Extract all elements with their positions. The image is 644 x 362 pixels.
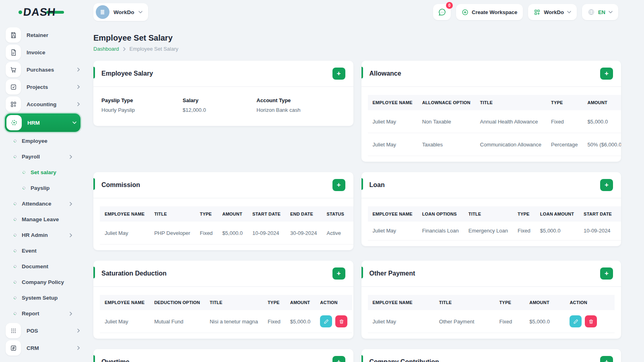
sidebar-item-pos[interactable]: POS [6, 323, 80, 339]
table-cell: Percentage [546, 133, 583, 156]
sidebar-item-purchases[interactable]: Purchases [6, 62, 80, 78]
sidebar-item-label: Set salary [31, 169, 56, 175]
chevron-down-icon [72, 121, 76, 124]
edit-button[interactable] [570, 315, 582, 327]
sidebar-item-accounting[interactable]: Accounting [6, 96, 80, 112]
table-cell [315, 310, 352, 333]
column-header: DEDUCTION OPTION [149, 295, 205, 310]
employee-salary-card: Employee Salary + Payslip Type Hourly Pa… [93, 61, 353, 126]
column-header: ALLOWNACE OPTION [417, 95, 475, 110]
bullet-icon [13, 280, 17, 284]
trash-icon [588, 319, 594, 324]
sidebar-item-projects[interactable]: Projects [6, 79, 80, 95]
column-header: TYPE [513, 206, 535, 222]
add-other-payment-button[interactable]: + [600, 267, 613, 280]
chevron-right-icon [77, 102, 80, 106]
sidebar-item-company-policy[interactable]: Company Policy [0, 274, 85, 290]
field: Account Type Horizon Bank cash [256, 97, 345, 113]
card-title: Company Contribution [369, 358, 439, 362]
sidebar-item-event[interactable]: Event [0, 243, 85, 259]
sidebar-item-invoice[interactable]: Invoice [6, 44, 80, 60]
table-cell [349, 222, 353, 245]
table-cell: Fixed [546, 110, 583, 133]
create-workspace-button[interactable]: Create Workspace [456, 4, 523, 20]
column-header: TITLE [464, 206, 513, 222]
table-cell: 30-09-2024 [617, 222, 621, 240]
breadcrumb-dashboard-link[interactable]: Dashboard [93, 46, 119, 52]
grid-plus-icon [534, 9, 541, 16]
table-cell: 10-09-2024 [579, 222, 617, 240]
table-row: Juliet MayMutual FundNisi a tenetur magn… [100, 310, 352, 333]
add-loan-button[interactable]: + [600, 179, 613, 191]
workspace-menu-button[interactable]: WorkDo [528, 4, 577, 20]
sidebar-item-retainer[interactable]: Retainer [6, 27, 80, 43]
chevron-right-icon [70, 312, 72, 316]
main-content: Employee Set Salary Dashboard Employee S… [85, 24, 644, 362]
save-icon [6, 27, 21, 43]
workspace-selector[interactable]: WorkDo [93, 3, 148, 21]
sidebar-item-label: Payroll [22, 154, 40, 160]
table-cell: Fixed [263, 310, 285, 333]
sidebar-item-label: Invoice [27, 49, 45, 56]
topbar: DASH WorkDo 0 Create Workspac [0, 0, 644, 24]
add-saturation-deduction-button[interactable]: + [332, 267, 345, 280]
sidebar-item-hr-admin[interactable]: HR Admin [0, 227, 85, 243]
sidebar-item-payroll[interactable]: Payroll [0, 149, 85, 165]
bullet-icon [13, 265, 17, 269]
notification-badge: 0 [446, 2, 453, 9]
add-commission-button[interactable]: + [332, 179, 345, 191]
bullet-icon [13, 218, 17, 222]
language-selector[interactable]: EN [582, 4, 618, 20]
sidebar-item-set-salary[interactable]: Set salary [0, 165, 85, 180]
app-logo[interactable]: DASH [19, 6, 64, 19]
sidebar-item-manage-leave[interactable]: Manage Leave [0, 212, 85, 227]
table-cell: Mutual Fund [149, 310, 205, 333]
card-header: Overtime + [93, 349, 353, 362]
bullet-icon [13, 202, 17, 206]
sidebar-nav: RetainerInvoicePurchasesProjectsAccounti… [0, 24, 85, 362]
add-employee-salary-button[interactable]: + [332, 68, 345, 80]
column-header: AMOUNT [583, 95, 621, 110]
crm-icon [6, 340, 21, 356]
company-contribution-card: Company Contribution + [361, 349, 621, 362]
sidebar-item-attendance[interactable]: Attendance [0, 196, 85, 212]
sidebar-item-payslip[interactable]: Payslip [0, 180, 85, 196]
delete-button[interactable] [585, 315, 597, 327]
breadcrumb: Dashboard Employee Set Salary [93, 46, 621, 52]
column-header: AMOUNT [524, 295, 565, 310]
sidebar-item-label: HRM [27, 120, 40, 126]
add-allowance-button[interactable]: + [600, 68, 613, 80]
commission-table: EMPLOYEE NAMETITLETYPEAMOUNTSTART DATEEN… [93, 198, 353, 250]
field-value: Hourly Payslip [101, 107, 183, 113]
bullet-icon [13, 296, 17, 300]
card-header: Employee Salary + [93, 61, 353, 87]
breadcrumb-current: Employee Set Salary [130, 46, 178, 52]
add-company-contribution-button[interactable]: + [600, 356, 613, 362]
delete-button[interactable] [335, 315, 347, 327]
sidebar-item-report[interactable]: Report [0, 306, 85, 321]
trash-icon [339, 319, 344, 324]
field-value: Horizon Bank cash [256, 107, 345, 113]
workspace-avatar [96, 5, 109, 19]
messages-button[interactable]: 0 [433, 4, 451, 20]
table-cell: Financials Loan [417, 222, 464, 240]
card-title: Allowance [369, 70, 401, 77]
bullet-icon [13, 139, 17, 143]
column-header: TYPE [263, 295, 285, 310]
bullet-icon [13, 312, 17, 316]
chevron-down-icon [609, 11, 613, 13]
table-cell: Emergency Loan [464, 222, 513, 240]
field: Payslip Type Hourly Payslip [101, 97, 183, 113]
add-overtime-button[interactable]: + [332, 356, 345, 362]
edit-button[interactable] [320, 315, 332, 327]
chevron-right-icon [70, 155, 72, 159]
sidebar-item-crm[interactable]: CRM [6, 340, 80, 356]
sidebar-item-document[interactable]: Document [0, 259, 85, 274]
pos-grid-icon [6, 323, 21, 338]
sidebar-item-hrm[interactable]: HRM [5, 113, 80, 132]
sidebar-item-system-setup[interactable]: System Setup [0, 290, 85, 306]
sidebar-item-employee[interactable]: Employee [0, 133, 85, 149]
bullet-icon [13, 155, 17, 159]
column-header: LOAN OPTIONS [417, 206, 464, 222]
chevron-right-icon [77, 68, 80, 72]
